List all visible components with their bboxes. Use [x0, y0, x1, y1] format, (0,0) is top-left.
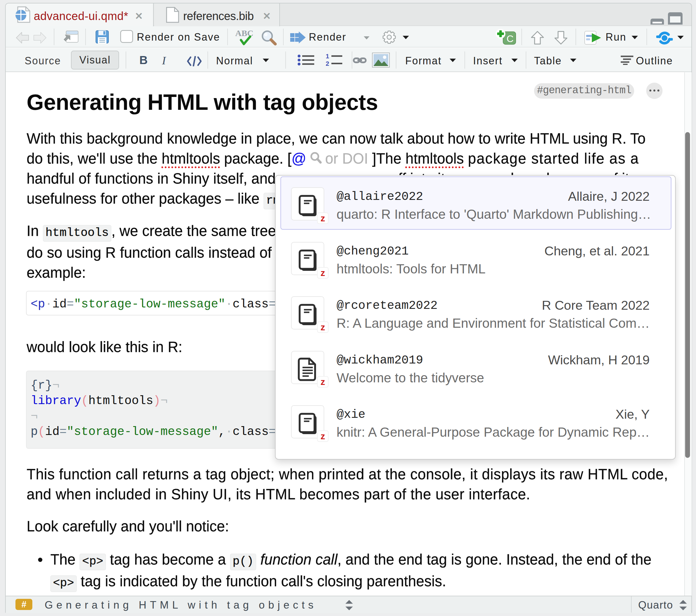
svg-text:2: 2 — [326, 60, 329, 67]
svg-text:1: 1 — [326, 53, 329, 60]
svg-text:C: C — [507, 33, 514, 44]
